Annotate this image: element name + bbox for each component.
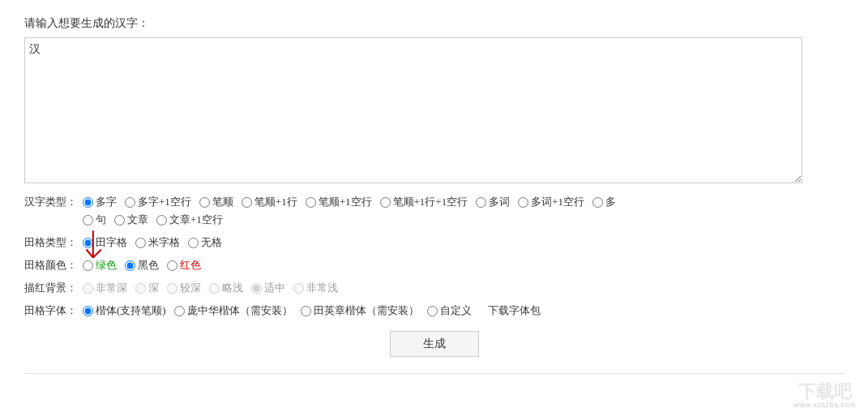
radio-item-red[interactable]: 红色 xyxy=(167,258,201,273)
tiange-type-label: 田格类型： xyxy=(24,235,83,250)
miaohong-bg-row: 描红背景： 非常深 深 较深 略浅 适中 非常浅 xyxy=(24,281,844,295)
radio-item-very-dark[interactable]: 非常深 xyxy=(83,281,127,295)
radio-item-wenzhang-1kong[interactable]: 文章+1空行 xyxy=(156,213,223,227)
tiange-color-row: 田格颜色： 绿色 黑色 红色 xyxy=(24,258,844,273)
watermark-url: www.xzazba.com xyxy=(793,401,856,409)
page-title-label: 请输入想要生成的汉字： xyxy=(24,16,844,31)
hanzi-input[interactable]: 汉 xyxy=(24,37,802,183)
radio-item-bishun-1hang-1kong[interactable]: 笔顺+1行+1空行 xyxy=(380,195,468,209)
hanzi-type-label: 汉字类型： xyxy=(24,195,83,209)
tiange-type-row: 田格类型： 田字格 米字格 无格 xyxy=(24,235,844,250)
radio-item-light[interactable]: 略浅 xyxy=(209,281,243,295)
radio-item-bishun-1hang[interactable]: 笔顺+1行 xyxy=(242,195,297,209)
download-font-link[interactable]: 下载字体包 xyxy=(488,303,541,318)
page-title: 请输入想要生成的汉字： xyxy=(24,17,149,29)
watermark: 下载吧 www.xzazba.com xyxy=(793,383,856,409)
radio-item-ju[interactable]: 句 xyxy=(83,213,106,227)
radio-item-dark[interactable]: 深 xyxy=(135,281,159,295)
svg-line-1 xyxy=(93,250,101,258)
radio-item-duoci-1kong[interactable]: 多词+1空行 xyxy=(518,195,584,209)
watermark-logo: 下载吧 www.xzazba.com xyxy=(793,383,856,409)
radio-item-custom[interactable]: 自定义 xyxy=(427,303,472,318)
generate-button[interactable]: 生成 xyxy=(390,331,479,357)
hanzi-type-radio-group: 多字 多字+1空行 笔顺 笔顺+1行 笔顺+1空行 笔顺+1行+1空行 多词 xyxy=(83,195,624,209)
radio-item-kaishu[interactable]: 楷体(支持笔顺) xyxy=(83,303,166,318)
red-arrow-icon xyxy=(84,227,109,268)
radio-item-mi[interactable]: 米字格 xyxy=(135,235,180,250)
bottom-divider xyxy=(24,373,844,374)
radio-item-very-light[interactable]: 非常浅 xyxy=(293,281,338,295)
radio-item-duozi[interactable]: 多字 xyxy=(83,195,117,209)
svg-line-2 xyxy=(87,250,93,258)
tiange-color-label: 田格颜色： xyxy=(24,258,83,273)
radio-item-medium[interactable]: 适中 xyxy=(251,281,285,295)
textarea-wrapper: 汉 xyxy=(24,37,844,183)
radio-item-pangzhonghua[interactable]: 庞中华楷体（需安装） xyxy=(174,303,293,318)
radio-item-tianyingzhang[interactable]: 田英章楷体（需安装） xyxy=(301,303,419,318)
radio-item-wuge[interactable]: 无格 xyxy=(188,235,222,250)
radio-item-duo[interactable]: 多 xyxy=(592,195,616,209)
tiange-font-row: 田格字体： 楷体(支持笔顺) 庞中华楷体（需安装） 田英章楷体（需安装） 自定义… xyxy=(24,303,844,318)
generate-button-wrapper: 生成 xyxy=(24,331,844,357)
radio-item-medium-dark[interactable]: 较深 xyxy=(167,281,201,295)
hanzi-type-row2: 句 文章 文章+1空行 xyxy=(83,213,844,227)
miaohong-bg-label: 描红背景： xyxy=(24,281,83,295)
hanzi-type-row1: 汉字类型： 多字 多字+1空行 笔顺 笔顺+1行 笔顺+1空行 笔顺+1行+1空… xyxy=(24,195,844,209)
watermark-logo-text: 下载吧 xyxy=(798,383,852,401)
radio-item-wenzhang[interactable]: 文章 xyxy=(114,213,148,227)
radio-item-duozi-1kong[interactable]: 多字+1空行 xyxy=(125,195,191,209)
radio-item-duoci[interactable]: 多词 xyxy=(476,195,510,209)
radio-item-bishun[interactable]: 笔顺 xyxy=(199,195,233,209)
tiange-font-label: 田格字体： xyxy=(24,303,83,318)
radio-item-black[interactable]: 黑色 xyxy=(125,258,159,273)
radio-item-bishun-1kong[interactable]: 笔顺+1空行 xyxy=(306,195,372,209)
